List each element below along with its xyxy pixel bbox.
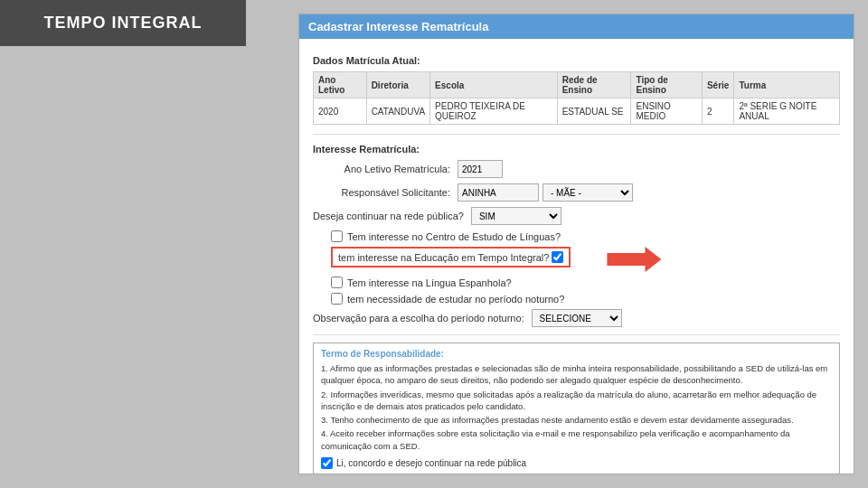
form-header: Cadastrar Interesse Rematrícula xyxy=(299,14,854,39)
termo-check-row: Li, concordo e desejo continuar na rede … xyxy=(321,457,832,469)
periodo-noturno-row: tem necessidade de estudar no período no… xyxy=(331,293,840,305)
responsavel-field-group: - MÃE - - PAI - xyxy=(458,183,633,202)
centro-linguas-checkbox[interactable] xyxy=(331,230,343,242)
lingua-espanhola-checkbox[interactable] xyxy=(331,277,343,288)
tempo-integral-section: tem interesse na Educação em Tempo Integ… xyxy=(313,247,840,272)
arrow-container xyxy=(607,247,661,272)
col-serie: Série xyxy=(702,72,733,99)
header-banner: TEMPO INTEGRAL xyxy=(0,0,246,46)
cell-ano: 2020 xyxy=(314,99,367,125)
periodo-noturno-label: tem necessidade de estudar no período no… xyxy=(347,294,564,305)
termo-title: Termo de Responsabilidade: xyxy=(321,349,832,359)
responsavel-input[interactable] xyxy=(458,183,539,202)
main-form: Cadastrar Interesse Rematrícula Dados Ma… xyxy=(298,14,854,474)
table-row: 2020 CATANDUVA PEDRO TEIXEIRA DE QUEIROZ… xyxy=(314,99,840,125)
responsavel-rel-select[interactable]: - MÃE - - PAI - xyxy=(542,183,633,202)
rede-publica-select[interactable]: SIM NÃO xyxy=(471,207,561,225)
centro-linguas-label: Tem interesse no Centro de Estudo de Lín… xyxy=(347,231,561,242)
termo-checkbox-label: Li, concordo e desejo continuar na rede … xyxy=(336,458,526,468)
ano-letivo-label: Ano Letivo Rematrícula: xyxy=(313,164,458,174)
form-body: Dados Matrícula Atual: Ano Letivo Direto… xyxy=(299,39,854,474)
termo-section: Termo de Responsabilidade: 1. Afirmo que… xyxy=(313,343,840,474)
periodo-noturno-checkbox[interactable] xyxy=(331,293,343,305)
termo-item-4: 4. Aceito receber informações sobre esta… xyxy=(321,427,832,452)
termo-item-2: 2. Informações inverídicas, mesmo que so… xyxy=(321,389,832,413)
rede-publica-row: Deseja continuar na rede pública? SIM NÃ… xyxy=(313,207,840,225)
lingua-espanhola-label: Tem interesse na Língua Espanhola? xyxy=(347,277,512,288)
centro-linguas-section: Tem interesse no Centro de Estudo de Lín… xyxy=(313,230,840,242)
ano-letivo-row: Ano Letivo Rematrícula: xyxy=(313,160,840,178)
cell-diretoria: CATANDUVA xyxy=(366,99,429,125)
periodo-noturno-section: tem necessidade de estudar no período no… xyxy=(313,293,840,305)
termo-checkbox[interactable] xyxy=(321,457,333,469)
responsavel-row: Responsável Solicitante: - MÃE - - PAI - xyxy=(313,183,840,202)
tempo-integral-wrapper: tem interesse na Educação em Tempo Integ… xyxy=(331,247,840,272)
col-ano-letivo: Ano Letivo xyxy=(314,72,367,99)
lingua-espanhola-section: Tem interesse na Língua Espanhola? xyxy=(313,277,840,288)
observacao-select[interactable]: SELECIONE Sim Não xyxy=(532,309,622,327)
interesse-section-title: Interesse Rematrícula: xyxy=(313,144,840,155)
col-tipo-ensino: Tipo de Ensino xyxy=(631,72,702,99)
responsavel-label: Responsável Solicitante: xyxy=(313,187,458,198)
col-rede-ensino: Rede de Ensino xyxy=(557,72,631,99)
observacao-row: Observação para a escolha do período not… xyxy=(313,309,840,327)
cell-serie: 2 xyxy=(702,99,733,125)
cell-tipo: ENSINO MEDIO xyxy=(631,99,702,125)
dados-matricula-table: Ano Letivo Diretoria Escola Rede de Ensi… xyxy=(313,71,840,125)
termo-item-1: 1. Afirmo que as informações prestadas e… xyxy=(321,362,832,387)
tempo-integral-checkbox[interactable] xyxy=(552,251,563,263)
tempo-integral-label: tem interesse na Educação em Tempo Integ… xyxy=(338,252,549,263)
observacao-label: Observação para a escolha do período not… xyxy=(313,313,532,324)
lingua-espanhola-row: Tem interesse na Língua Espanhola? xyxy=(331,277,840,288)
col-diretoria: Diretoria xyxy=(366,72,429,99)
cell-escola: PEDRO TEIXEIRA DE QUEIROZ xyxy=(430,99,558,125)
rede-publica-label: Deseja continuar na rede pública? xyxy=(313,211,471,221)
col-turma: Turma xyxy=(734,72,840,99)
centro-linguas-row: Tem interesse no Centro de Estudo de Lín… xyxy=(331,230,840,242)
dados-matricula-section-title: Dados Matrícula Atual: xyxy=(313,55,840,66)
tempo-integral-highlighted: tem interesse na Educação em Tempo Integ… xyxy=(331,247,571,267)
termo-item-3: 3. Tenho conhecimento de que as informaç… xyxy=(321,414,832,426)
form-title: Cadastrar Interesse Rematrícula xyxy=(308,20,488,33)
ano-letivo-input[interactable] xyxy=(458,160,503,178)
col-escola: Escola xyxy=(430,72,558,99)
cell-rede: ESTADUAL SE xyxy=(557,99,631,125)
header-title: TEMPO INTEGRAL xyxy=(44,14,203,33)
cell-turma: 2ª SERIE G NOITE ANUAL xyxy=(734,99,840,125)
red-arrow-icon xyxy=(607,247,661,272)
